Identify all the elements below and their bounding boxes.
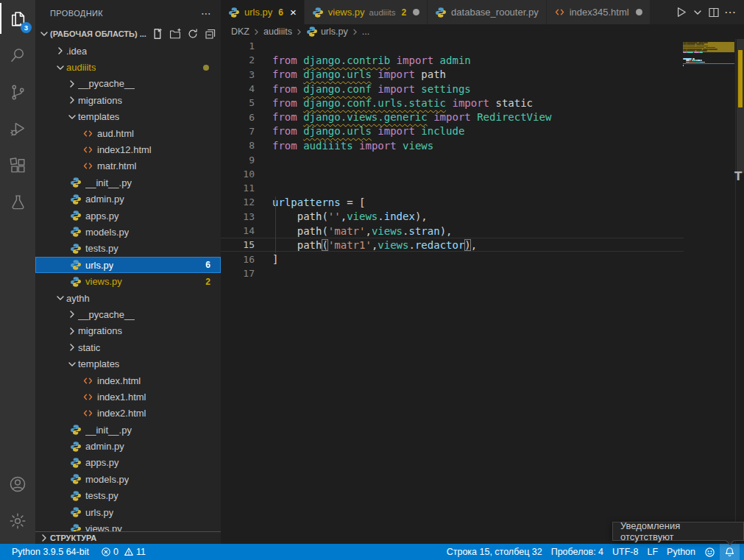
tree-item-index12-html[interactable]: index12.html — [35, 141, 221, 157]
tree-item-matr-html[interactable]: matr.html — [35, 158, 221, 174]
code-line-14[interactable]: 14 path('matr',views.stran), — [221, 224, 684, 238]
status-language-mode[interactable]: Python — [662, 544, 700, 560]
activity-extensions[interactable] — [0, 147, 35, 184]
tree-item--idea[interactable]: .idea — [35, 43, 221, 59]
tree-item-static[interactable]: static — [35, 339, 221, 355]
tab-index345-html[interactable]: index345.html — [547, 0, 651, 24]
tree-item-apps-py[interactable]: apps.py — [35, 208, 221, 224]
line-number[interactable]: 14 — [221, 225, 255, 236]
status-encoding[interactable]: UTF-8 — [608, 544, 642, 560]
tree-item-aythh[interactable]: aythh — [35, 290, 221, 306]
tree-item-aud-html[interactable]: aud.html — [35, 125, 221, 141]
breadcrumb-item-audiiits[interactable]: audiiits — [263, 26, 292, 37]
tree-item--pycache-[interactable]: __pycache__ — [35, 306, 221, 322]
tree-item-migrations[interactable]: migrations — [35, 92, 221, 108]
tree-item-models-py[interactable]: models.py — [35, 224, 221, 240]
code-line-11[interactable]: 11 — [221, 181, 684, 195]
tree-item--init-py[interactable]: __init__.py — [35, 174, 221, 191]
line-number[interactable]: 12 — [221, 196, 255, 208]
code-line-16[interactable]: 16 ] — [221, 252, 684, 266]
run-dropdown[interactable] — [692, 7, 704, 18]
status-eol[interactable]: LF — [642, 544, 662, 560]
tree-item-templates[interactable]: templates — [35, 355, 221, 372]
split-editor-button[interactable] — [708, 7, 720, 18]
modified-dot-icon[interactable] — [413, 9, 419, 15]
tree-item-admin-py[interactable]: admin.py — [35, 191, 221, 208]
breadcrumb-item-urls-py[interactable]: urls.py — [306, 26, 348, 38]
minimap[interactable] — [683, 40, 734, 129]
code-line-2[interactable]: 2 from django.contrib import admin — [221, 53, 684, 67]
code-line-7[interactable]: 7 from django.urls import include — [221, 124, 684, 138]
code-line-10[interactable]: 10 — [221, 167, 684, 181]
code-line-13[interactable]: 13 path('',views.index), — [221, 210, 684, 224]
line-number[interactable]: 2 — [221, 54, 255, 65]
activity-explorer[interactable]: 3 — [0, 0, 35, 37]
code-line-6[interactable]: 6 from django.views.generic import Redir… — [221, 110, 684, 124]
line-number[interactable]: 1 — [221, 40, 255, 52]
tree-item--init-py[interactable]: __init__.py — [35, 422, 221, 438]
tree-item-audiiits[interactable]: audiiits — [35, 59, 221, 75]
activity-manage[interactable] — [0, 503, 35, 539]
line-number[interactable]: 6 — [221, 112, 255, 123]
tree-item-migrations[interactable]: migrations — [35, 323, 221, 339]
code-line-5[interactable]: 5 from django.conf.urls.static import st… — [221, 96, 684, 110]
tree-item-index1-html[interactable]: index1.html — [35, 389, 221, 405]
line-number[interactable]: 7 — [221, 126, 255, 137]
line-number[interactable]: 9 — [221, 155, 255, 166]
code-line-15[interactable]: 15 path('matr1',views.redactor), — [221, 238, 684, 252]
activity-search[interactable] — [0, 37, 35, 74]
tab-views-py[interactable]: views.py audiiits 2 — [305, 0, 428, 24]
code-line-3[interactable]: 3 from django.urls import path — [221, 68, 684, 82]
activity-testing[interactable] — [0, 184, 35, 221]
line-number[interactable]: 5 — [221, 97, 255, 108]
line-number[interactable]: 15 — [221, 239, 255, 250]
status-notifications[interactable] — [720, 544, 740, 560]
code-line-8[interactable]: 8 from audiiits import views — [221, 138, 684, 152]
status-python-interpreter[interactable]: Python 3.9.5 64-bit — [7, 544, 93, 560]
status-cursor-position[interactable]: Строка 15, столбец 32 — [442, 544, 547, 560]
tree-item-admin-py[interactable]: admin.py — [35, 438, 221, 454]
line-number[interactable]: 11 — [221, 182, 255, 194]
line-number[interactable]: 3 — [221, 69, 255, 80]
tree-item-templates[interactable]: templates — [35, 109, 221, 125]
tree-item-views-py[interactable]: views.py — [35, 520, 221, 531]
line-number[interactable]: 17 — [221, 268, 255, 279]
line-number[interactable]: 13 — [221, 211, 255, 222]
status-indentation[interactable]: Пробелов: 4 — [547, 544, 608, 560]
breadcrumb-item--[interactable]: ... — [362, 26, 369, 37]
code-line-1[interactable]: 1 — [221, 39, 684, 53]
tab-urls-py[interactable]: urls.py 6 × — [221, 0, 305, 24]
tree-item-index-html[interactable]: index.html — [35, 372, 221, 389]
activity-run-and-debug[interactable] — [0, 110, 35, 147]
more-actions-button[interactable]: ⋯ — [724, 5, 737, 19]
line-number[interactable]: 4 — [221, 83, 255, 94]
status-problems[interactable]: 0 11 — [96, 544, 150, 560]
breadcrumb-item-DKZ[interactable]: DKZ — [231, 26, 249, 37]
activity-accounts[interactable] — [0, 466, 35, 503]
tree-item-tests-py[interactable]: tests.py — [35, 488, 221, 504]
tree-item-urls-py[interactable]: urls.py6 — [35, 257, 221, 273]
tree-item-views-py[interactable]: views.py2 — [35, 273, 221, 289]
tab-database-roouter-py[interactable]: database_roouter.py — [428, 0, 547, 24]
scrollbar[interactable]: T — [735, 39, 744, 544]
line-number[interactable]: 10 — [221, 169, 255, 180]
line-number[interactable]: 16 — [221, 254, 255, 265]
code-line-17[interactable]: 17 — [221, 266, 684, 280]
activity-source-control[interactable] — [0, 74, 35, 110]
status-feedback[interactable] — [700, 544, 720, 560]
modified-dot-icon[interactable] — [636, 9, 642, 15]
tree-item--pycache-[interactable]: __pycache__ — [35, 76, 221, 92]
tree-item-apps-py[interactable]: apps.py — [35, 455, 221, 471]
code-line-4[interactable]: 4 from django.conf import settings — [221, 82, 684, 96]
tree-item-models-py[interactable]: models.py — [35, 471, 221, 487]
tree-item-index2-html[interactable]: index2.html — [35, 405, 221, 422]
line-number[interactable]: 8 — [221, 140, 255, 151]
tree-item-urls-py[interactable]: urls.py — [35, 504, 221, 520]
outline-section-header[interactable]: СТРУКТУРА — [35, 531, 221, 544]
close-icon[interactable]: × — [290, 7, 297, 18]
tree-item-tests-py[interactable]: tests.py — [35, 241, 221, 257]
code-editor[interactable]: 1 2 from django.contrib import admin 3 f… — [221, 39, 684, 280]
run-button[interactable] — [675, 6, 687, 18]
code-line-9[interactable]: 9 — [221, 152, 684, 166]
sidebar-more-actions-icon[interactable]: ⋯ — [201, 7, 212, 19]
